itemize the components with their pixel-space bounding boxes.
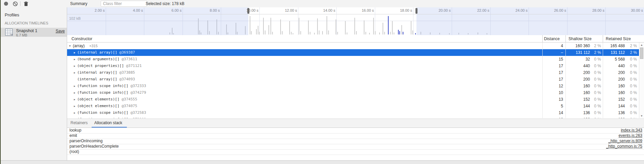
table-row[interactable]: ▸(object elements)[] @37407551440 %1440 … [67,103,639,109]
expander-collapsed-icon[interactable]: ▸ [74,89,76,96]
expander-collapsed-icon[interactable]: ▸ [74,63,76,69]
table-row[interactable]: ▸(function scope info)[] @372583141360 %… [67,109,639,116]
allocation-bar [258,26,258,34]
expander-collapsed-icon[interactable]: ▸ [74,49,76,56]
allocation-bar [369,33,370,34]
distance-value: 14 [559,109,563,116]
table-row[interactable]: ▸(internal array)[] @369387–131 1122 %13… [67,49,639,56]
allocation-bar [365,32,366,34]
constructor-name: (bound arguments)[] @373611 [77,56,137,63]
retained-size-percent: 0 % [630,56,637,63]
stack-frame-source-link[interactable]: index.js:343 [621,128,642,133]
selection-handle-right[interactable] [415,8,417,14]
stack-frame-row[interactable]: parserOnIncoming_http_server.js:809 [67,139,644,144]
table-row[interactable]: (internal array)[] @374093172000 %2000 % [67,76,639,83]
allocation-bar [289,21,290,34]
shallow-size-percent: 0 % [594,109,601,116]
allocation-overview-chart[interactable]: 2.00 s4.00 s6.00 s8.00 s10.00 s12.00 s14… [67,7,644,35]
table-row[interactable]: ▸(bound arguments)[] @37361115320 %5 568… [67,56,639,63]
stack-frame-row[interactable]: emitevents.js:263 [67,133,644,139]
expander-expanded-icon[interactable]: ▾ [69,43,71,49]
block-icon [13,1,18,6]
allocation-bar [412,30,413,34]
table-row[interactable]: ▸(function scope info)[] @372333121600 %… [67,83,639,89]
distance-value: 17 [559,69,563,76]
save-link[interactable]: Save [56,29,65,33]
stack-frame-row[interactable]: parserOnHeadersComplete_http_common.js:7… [67,144,644,150]
selection-handle-left[interactable] [247,8,249,14]
timeline-gridline [259,7,260,35]
scroll-up-icon[interactable]: ▲ [639,43,644,47]
perspective-select[interactable]: Summary ▼ [70,1,104,7]
expander-collapsed-icon[interactable]: ▸ [74,103,76,109]
table-row[interactable]: ▸(object elements)[] @374555131520 %1520… [67,96,639,103]
column-header-constructor[interactable]: Constructor [71,36,92,41]
retained-size-percent: 0 % [630,96,637,103]
allocation-bar [327,16,327,34]
retained-size-value: 160 [618,83,625,89]
tab-retainers[interactable]: Retainers [70,120,88,125]
table-row[interactable]: ▸(function scope info)[] @374279101600 %… [67,89,639,96]
expander-collapsed-icon[interactable]: ▸ [74,56,76,63]
stack-frame-row[interactable]: (root) [67,149,644,155]
stack-frame-source-link[interactable]: _http_common.js:75 [606,144,642,149]
column-header-shallow-size[interactable]: Shallow Size [568,36,592,41]
expander-collapsed-icon[interactable]: ▸ [74,83,76,89]
constructor-name: (object elements)[] @374555 [77,96,137,103]
column-separator[interactable] [603,35,603,43]
allocation-bar [317,18,318,34]
profiles-heading: Profiles [5,12,19,17]
table-row[interactable]: ▾(array)×3154160 3602 %165 4882 % [67,43,639,49]
shallow-size-value: 440 [583,63,590,69]
allocation-bar [388,16,389,34]
object-id: @373611 [119,57,137,61]
sidebar-item-snapshot-1[interactable]: % Snapshot 1 6.7 MB Save [1,28,67,37]
record-button[interactable] [3,1,9,6]
expander-collapsed-icon[interactable]: ▸ [74,69,76,76]
column-separator[interactable] [542,35,543,43]
active-tab-underline [92,127,127,128]
expander-collapsed-icon[interactable]: ▸ [74,109,76,116]
allocation-bar [291,32,292,34]
allocation-bar [250,16,250,34]
table-row[interactable]: ▸(object properties)[] @371121174400 %44… [67,63,639,69]
allocation-bar [398,30,399,34]
distance-value: 12 [559,83,563,89]
constructor-name: (function scope info)[] @374279 [77,89,146,96]
bottom-strip [1,160,644,164]
stack-frame-function: parserOnHeadersComplete [69,144,119,149]
stack-frame-source-link[interactable]: _http_server.js:809 [608,139,642,144]
allocation-bar [270,18,271,34]
stack-frame-source-link[interactable]: events.js:263 [618,133,642,138]
constructor-name: (function scope info)[] @372101 [77,116,146,118]
expander-collapsed-icon[interactable]: ▸ [74,96,76,103]
shallow-size-value: 152 [583,96,590,103]
table-row[interactable]: ▸(function scope info)[] @372101121360 %… [67,116,639,118]
distance-value: 15 [559,56,563,63]
tab-allocation-stack[interactable]: Allocation stack [94,120,122,125]
ruler-border [67,14,644,14]
column-header-distance[interactable]: Distance [544,36,560,41]
stack-frame-function: (root) [69,149,79,154]
stack-frame-row[interactable]: lookupindex.js:343 [67,128,644,134]
timeline-gridline [336,7,337,35]
retained-size-percent: 0 % [630,103,637,109]
allocation-bar [300,31,301,34]
allocation-bar [322,31,323,34]
delete-profile-button[interactable] [23,1,29,6]
scroll-down-icon[interactable]: ▼ [639,113,644,118]
clear-button[interactable] [12,1,18,6]
shallow-size-percent: 0 % [594,96,601,103]
retained-size-value: 136 [618,109,625,116]
devtools-memory-panel: Summary ▼ Selected size: 178 kB Profiles… [0,0,644,164]
column-header-retained-size[interactable]: Retained Size [606,36,631,41]
table-scrollbar[interactable]: ▲ ▼ [639,43,644,118]
scrollbar-thumb[interactable] [640,48,643,59]
expander-collapsed-icon[interactable]: ▸ [74,116,76,118]
class-filter-input[interactable] [101,1,147,7]
constructor-name: (object properties)[] @371121 [77,63,142,69]
table-row[interactable]: ▸(internal array)[] @373885172000 %2000 … [67,69,639,76]
retained-size-value: 131 112 [611,49,625,56]
retained-size-value: 152 [618,96,625,103]
column-separator[interactable] [565,35,566,43]
